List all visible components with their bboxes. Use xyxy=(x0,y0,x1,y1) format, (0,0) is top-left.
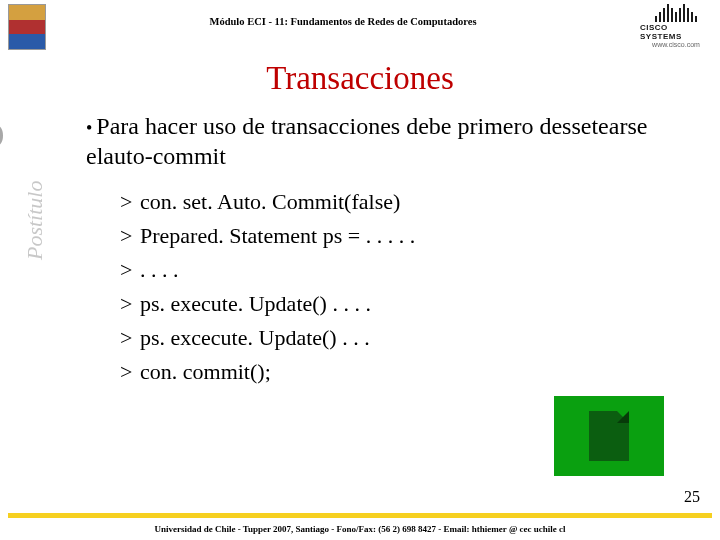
cisco-bars-icon xyxy=(655,4,697,22)
module-title: Módulo ECI - 11: Fundamentos de Redes de… xyxy=(46,4,640,27)
page-number: 25 xyxy=(684,488,700,506)
cisco-name: CISCO SYSTEMS xyxy=(640,23,712,41)
chevron-icon: > xyxy=(120,321,140,355)
list-item: >con. commit(); xyxy=(120,355,680,389)
cisco-logo: CISCO SYSTEMS www.cisco.com xyxy=(640,4,712,48)
list-item-text: ps. execute. Update() . . . . xyxy=(140,291,371,316)
chevron-icon: > xyxy=(120,185,140,219)
bullet-dot-icon: • xyxy=(86,117,92,140)
chevron-icon: > xyxy=(120,287,140,321)
slide-title: Transacciones xyxy=(0,60,720,97)
sidebar-subtitle: Postítulo xyxy=(22,181,48,260)
list-item: >. . . . xyxy=(120,253,680,287)
chevron-icon: > xyxy=(120,219,140,253)
list-item-text: . . . . xyxy=(140,257,179,282)
file-icon xyxy=(589,411,629,461)
chevron-icon: > xyxy=(120,253,140,287)
cisco-url: www.cisco.com xyxy=(652,41,700,48)
sidebar-word-one: internet xyxy=(0,291,3,452)
sidebar-word-two: working xyxy=(0,122,3,291)
footer-divider xyxy=(8,513,712,518)
footer-text: Universidad de Chile - Tupper 2007, Sant… xyxy=(0,524,720,534)
list-item: >ps. execute. Update() . . . . xyxy=(120,287,680,321)
sidebar-watermark: internetworking xyxy=(0,122,4,452)
content-area: •Para hacer uso de transacciones debe pr… xyxy=(86,111,680,390)
list-item-text: ps. excecute. Update() . . . xyxy=(140,325,370,350)
university-logo-icon xyxy=(8,4,46,50)
chevron-icon: > xyxy=(120,355,140,389)
attachment-box[interactable] xyxy=(554,396,664,476)
header-bar: Módulo ECI - 11: Fundamentos de Redes de… xyxy=(0,0,720,52)
list-item-text: Prepared. Statement ps = . . . . . xyxy=(140,223,415,248)
list-item: >ps. excecute. Update() . . . xyxy=(120,321,680,355)
main-bullet: •Para hacer uso de transacciones debe pr… xyxy=(86,111,680,171)
list-item: >con. set. Auto. Commit(false) xyxy=(120,185,680,219)
main-bullet-text: Para hacer uso de transacciones debe pri… xyxy=(86,113,647,169)
list-item-text: con. commit(); xyxy=(140,359,271,384)
list-item: >Prepared. Statement ps = . . . . . xyxy=(120,219,680,253)
list-item-text: con. set. Auto. Commit(false) xyxy=(140,189,400,214)
code-list: >con. set. Auto. Commit(false) >Prepared… xyxy=(120,185,680,390)
